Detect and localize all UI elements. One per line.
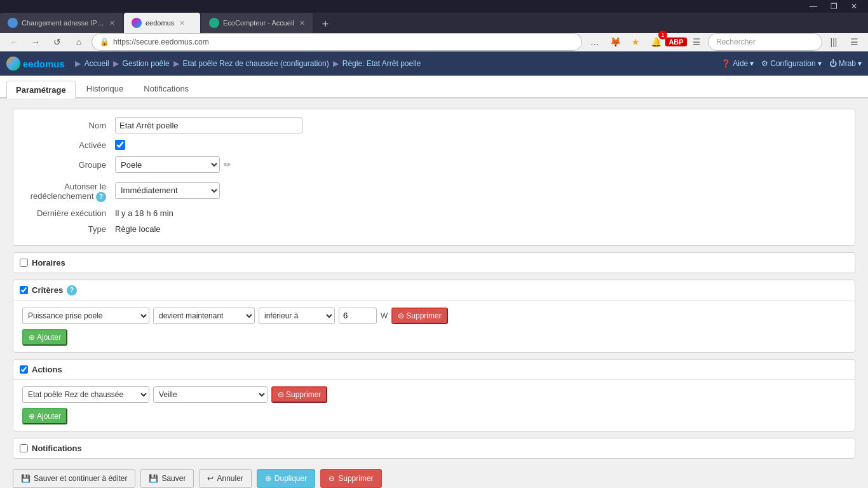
tab-close-2[interactable]: ✕: [179, 19, 185, 27]
adblock-icon[interactable]: ABP: [667, 33, 685, 51]
logo-icon: [6, 57, 20, 71]
gear-icon: ⚙: [761, 59, 768, 68]
criteria-add-button[interactable]: ⊕ Ajouter: [22, 329, 67, 346]
aide-button[interactable]: ❓ Aide ▾: [721, 59, 754, 68]
ajouter-criteria-label: Ajouter: [37, 333, 61, 342]
user-button[interactable]: ⏻ Mrab ▾: [829, 59, 862, 68]
duplicate-button[interactable]: ⊕ Dupliquer: [257, 469, 315, 488]
groupe-edit-icon[interactable]: ✏: [224, 159, 231, 170]
breadcrumb-arrow-2: ▶: [113, 59, 119, 68]
url-bar[interactable]: 🔒 https://secure.eedomus.com: [92, 33, 582, 51]
action-add-button[interactable]: ⊕ Ajouter: [22, 408, 67, 424]
forward-button[interactable]: →: [27, 33, 44, 51]
notifications-section: Notifications: [13, 438, 855, 459]
browser-tab-3[interactable]: EcoCompteur - Accueil ✕: [201, 13, 313, 33]
tab-close-3[interactable]: ✕: [299, 19, 305, 27]
lock-icon: 🔒: [100, 37, 109, 46]
tab-close-1[interactable]: ✕: [109, 19, 115, 27]
criteria-condition-select[interactable]: devient maintenant: [153, 308, 255, 324]
delete-icon: ⊖: [329, 474, 335, 483]
criteria-value-input[interactable]: [339, 308, 377, 324]
home-button[interactable]: ⌂: [70, 33, 88, 51]
form-row-type: Type Règle locale: [13, 224, 855, 234]
delete-button[interactable]: ⊖ Supprimer: [320, 469, 381, 488]
main-area: Nom Activée Groupe Poele Aucun ✏: [0, 98, 868, 488]
breadcrumb-regle: Règle: Etat Arrêt poelle: [342, 59, 421, 68]
notifications-checkbox[interactable]: [20, 444, 28, 452]
back-button[interactable]: ←: [5, 33, 23, 51]
save-label: Sauver: [161, 474, 186, 483]
adblock-label: ABP: [665, 37, 686, 46]
breadcrumb-accueil[interactable]: Accueil: [85, 59, 109, 68]
browser-tab-1[interactable]: Changement adresse IP box ee... ✕: [0, 13, 123, 33]
notifications-bell-icon[interactable]: 🔔 1: [647, 33, 665, 51]
groupe-select[interactable]: Poele Aucun: [115, 156, 220, 173]
form-basic-section: Nom Activée Groupe Poele Aucun ✏: [13, 109, 855, 246]
reader-mode-icon[interactable]: ☰: [688, 33, 705, 51]
breadcrumb-etat-poele-config[interactable]: Etat poêle Rez de chaussée (configuratio…: [183, 59, 329, 68]
menu-icon[interactable]: ☰: [845, 33, 863, 51]
form-row-autoriser: Autoriser le redéclenchement ? Immédiate…: [13, 179, 855, 202]
pocket-icon[interactable]: 🦊: [606, 33, 624, 51]
autoriser-select[interactable]: Immédiatement Après 1 min: [115, 182, 220, 199]
breadcrumb-arrow-4: ▶: [333, 59, 339, 68]
tab-favicon-3: [209, 18, 219, 28]
criteria-operator-select[interactable]: inférieur à: [259, 308, 335, 324]
action-value-select[interactable]: Veille: [153, 386, 268, 403]
criteria-device-select[interactable]: Puissance prise poele: [22, 308, 149, 324]
actions-checkbox[interactable]: [20, 365, 28, 374]
app-nav-left: eedomus ▶ Accueil ▶ Gestion poêle ▶ Etat…: [6, 57, 421, 71]
reload-button[interactable]: ↺: [48, 33, 66, 51]
activee-checkbox[interactable]: [115, 140, 125, 150]
nom-input[interactable]: [115, 117, 302, 133]
action-row-1: Etat poêle Rez de chaussée Veille ⊖ Supp…: [22, 386, 846, 403]
action-remove-button[interactable]: ⊖ Supprimer: [271, 386, 327, 403]
autoriser-label: Autoriser le redéclenchement ?: [13, 179, 115, 202]
cancel-label: Annuler: [217, 474, 243, 483]
bookmark-star-icon[interactable]: ★: [627, 33, 644, 51]
cancel-button[interactable]: ↩ Annuler: [199, 469, 251, 488]
minimize-button[interactable]: —: [804, 0, 822, 13]
save-continue-button[interactable]: 💾 Sauver et continuer à éditer: [13, 469, 135, 488]
tab-historique[interactable]: Historique: [77, 79, 133, 97]
app-logo[interactable]: eedomus: [6, 57, 65, 71]
criteres-checkbox[interactable]: [20, 286, 28, 294]
supprimer-label: Supprimer: [406, 311, 441, 320]
action-device-select[interactable]: Etat poêle Rez de chaussée: [22, 386, 149, 403]
supprimer-action-label: Supprimer: [286, 390, 321, 399]
breadcrumb-gestion-poele[interactable]: Gestion poêle: [123, 59, 170, 68]
criteria-remove-button[interactable]: ⊖ Supprimer: [391, 308, 447, 324]
tab-bar: Changement adresse IP box ee... ✕ eedomu…: [0, 13, 868, 33]
search-box[interactable]: Rechercher: [708, 33, 822, 51]
tab-favicon-1: [8, 18, 18, 28]
criteria-unit-label: W: [381, 311, 388, 320]
groupe-label: Groupe: [13, 160, 115, 170]
title-bar: — ❐ ✕: [0, 0, 868, 13]
actions-label: Actions: [32, 365, 62, 374]
criteres-help-icon[interactable]: ?: [67, 285, 77, 295]
aide-dropdown-icon: ▾: [750, 59, 754, 68]
browser-window: — ❐ ✕ Changement adresse IP box ee... ✕ …: [0, 0, 868, 488]
duplicate-icon: ⊕: [265, 474, 271, 483]
more-icon[interactable]: …: [586, 33, 604, 51]
tab-notifications[interactable]: Notifications: [134, 79, 198, 97]
form-row-groupe: Groupe Poele Aucun ✏: [13, 156, 855, 173]
close-button[interactable]: ✕: [845, 0, 863, 13]
horaires-checkbox[interactable]: [20, 259, 28, 267]
notifications-label: Notifications: [32, 444, 82, 453]
address-bar: ← → ↺ ⌂ 🔒 https://secure.eedomus.com … 🦊…: [0, 33, 868, 51]
tab-favicon-2: [132, 18, 142, 28]
horaires-section: Horaires: [13, 252, 855, 273]
browser-tab-2[interactable]: eedomus ✕: [124, 13, 200, 33]
library-icon[interactable]: |||: [825, 33, 843, 51]
plus-icon-criteria: ⊕: [29, 333, 35, 342]
tab-parametrage[interactable]: Paramétrage: [6, 81, 76, 98]
new-tab-button[interactable]: +: [316, 15, 334, 33]
autoriser-help-icon[interactable]: ?: [96, 192, 106, 202]
derniere-exec-label: Dernière exécution: [13, 208, 115, 218]
minus-icon-action: ⊖: [278, 390, 284, 399]
maximize-button[interactable]: ❐: [825, 0, 843, 13]
save-button[interactable]: 💾 Sauver: [140, 469, 194, 488]
cancel-icon: ↩: [207, 474, 214, 483]
configuration-button[interactable]: ⚙ Configuration ▾: [761, 59, 821, 68]
